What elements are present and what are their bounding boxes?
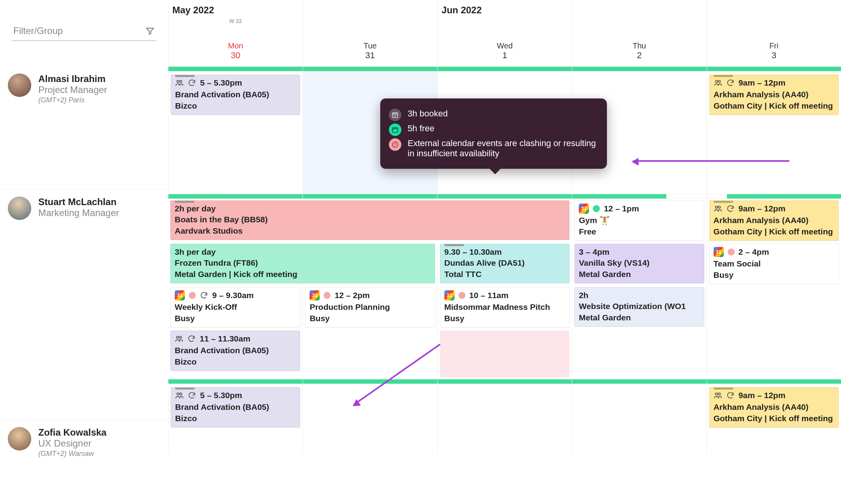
event-card[interactable]: 11 – 11.30am Brand Activation (BA05) Biz… xyxy=(170,331,300,371)
svg-point-3 xyxy=(177,80,179,83)
event-card[interactable]: 9 – 9.30am Weekly Kick-Off Busy xyxy=(170,287,300,327)
day-cell[interactable]: 9am – 12pm Arkham Analysis (AA40) Gotham… xyxy=(707,71,841,194)
calendar-header: May 2022 W 22 Mon 30 Tue 31 Jun 2022 Wed… xyxy=(168,0,841,66)
empty-slot[interactable] xyxy=(440,331,569,377)
filter-group-input[interactable]: Filter/Group xyxy=(12,25,156,41)
person-role: UX Designer xyxy=(38,438,107,449)
refresh-icon xyxy=(726,391,735,400)
event-time: 12 – 2pm xyxy=(335,290,370,301)
filter-icon xyxy=(145,26,155,36)
person-role: Marketing Manager xyxy=(38,207,119,218)
people-icon xyxy=(714,204,722,213)
event-card[interactable]: 9am – 12pm Arkham Analysis (AA40) Gotham… xyxy=(709,200,839,241)
person-row[interactable]: Zofia Kowalska UX Designer (GMT+2) Warsa… xyxy=(0,420,168,490)
day-of-month: 30 xyxy=(172,50,299,63)
day-cell[interactable]: 9am – 12pm Arkham Analysis (AA40) Gotham… xyxy=(707,384,841,454)
event-time: 2 – 4pm xyxy=(739,247,769,257)
event-card[interactable]: 2h Website Optimization (WO1 Metal Garde… xyxy=(574,287,704,327)
svg-point-4 xyxy=(180,80,182,83)
svg-point-11 xyxy=(177,393,179,395)
status-dot-busy xyxy=(458,292,465,299)
event-time: 5 – 5.30pm xyxy=(200,77,242,88)
day-cell[interactable]: 5 – 5.30pm Brand Activation (BA05) Bizco xyxy=(168,71,302,194)
event-card[interactable]: 12 – 1pm Gym 🏋️ Free xyxy=(574,200,704,241)
status-dot-free xyxy=(593,205,600,212)
event-time: 11 – 11.30am xyxy=(200,333,251,344)
calendar-check-icon xyxy=(389,109,401,121)
event-title: Weekly Kick-Off xyxy=(175,302,296,313)
month-label-right: Jun 2022 xyxy=(442,5,568,18)
event-card[interactable]: 9.30 – 10.30am Dundas Alive (DA51) Total… xyxy=(440,244,569,283)
day-cell[interactable]: 5 – 5.30pm Brand Activation (BA05) Bizco xyxy=(168,384,302,454)
day-of-week: Fri xyxy=(711,41,837,50)
refresh-icon xyxy=(200,291,208,300)
day-cell[interactable] xyxy=(572,384,706,454)
event-time: 9 – 9.30am xyxy=(212,290,254,301)
event-card[interactable]: 2h per day Boats in the Bay (BB58) Aardv… xyxy=(170,200,569,240)
event-time: 9am – 12pm xyxy=(739,77,786,88)
person-name: Stuart McLachlan xyxy=(38,197,119,207)
people-icon xyxy=(714,79,722,87)
availability-bar xyxy=(168,379,841,384)
popover-booked-text: 3h booked xyxy=(408,109,448,119)
event-card[interactable]: 12 – 2pm Production Planning Busy xyxy=(305,287,435,327)
event-card[interactable]: 5 – 5.30pm Brand Activation (BA05) Bizco xyxy=(171,387,300,427)
event-time: 12 – 1pm xyxy=(604,203,639,214)
person-row[interactable]: Stuart McLachlan Marketing Manager xyxy=(0,189,168,420)
svg-rect-1 xyxy=(392,128,398,132)
event-title: Boats in the Bay (BB58) xyxy=(175,214,565,225)
event-title: Vanilla Sky (VS14) xyxy=(579,257,700,268)
svg-point-7 xyxy=(715,206,718,209)
avatar xyxy=(8,197,31,220)
event-title: Gym 🏋️ xyxy=(579,215,700,226)
gcal-icon xyxy=(714,247,724,257)
event-card[interactable]: 9am – 12pm Arkham Analysis (AA40) Gotham… xyxy=(709,75,839,115)
people-icon xyxy=(175,391,184,400)
gcal-icon xyxy=(444,290,454,300)
event-time: 3h per day xyxy=(175,247,431,257)
event-title: Midsommar Madness Pitch xyxy=(444,302,565,313)
svg-point-12 xyxy=(180,393,182,395)
refresh-icon xyxy=(188,391,196,400)
availability-bar xyxy=(168,66,841,71)
event-title: Arkham Analysis (AA40) xyxy=(714,402,834,413)
svg-point-9 xyxy=(177,336,179,339)
svg-point-14 xyxy=(718,393,721,395)
event-card[interactable]: 9am – 12pm Arkham Analysis (AA40) Gotham… xyxy=(709,387,839,427)
refresh-icon xyxy=(726,79,735,87)
event-time: 2h per day xyxy=(175,203,565,214)
event-card[interactable]: 2 – 4pm Team Social Busy xyxy=(709,244,839,284)
svg-point-13 xyxy=(715,393,718,395)
event-card[interactable]: 5 – 5.30pm Brand Activation (BA05) Bizco xyxy=(171,75,300,115)
refresh-icon xyxy=(187,334,196,343)
event-card[interactable]: 10 – 11am Midsommar Madness Pitch Busy xyxy=(440,287,569,327)
event-client: Metal Garden xyxy=(579,269,700,280)
event-title: Brand Activation (BA05) xyxy=(175,402,296,413)
event-title: Frozen Tundra (FT86) xyxy=(175,257,431,268)
day-of-month: 2 xyxy=(576,50,702,63)
event-client: Metal Garden xyxy=(579,312,700,323)
filter-placeholder: Filter/Group xyxy=(13,25,63,36)
event-title: Arkham Analysis (AA40) xyxy=(714,89,834,100)
event-card[interactable]: 3 – 4pm Vanilla Sky (VS14) Metal Garden xyxy=(574,244,704,283)
week-label: W 22 xyxy=(172,18,299,24)
event-time: 3 – 4pm xyxy=(579,247,700,257)
refresh-icon xyxy=(726,204,735,213)
event-client: Total TTC xyxy=(444,269,565,280)
event-title: Website Optimization (WO1 xyxy=(579,301,700,312)
avatar xyxy=(8,73,31,97)
person-name: Almasi Ibrahim xyxy=(38,73,107,84)
person-timezone: (GMT+2) Warsaw xyxy=(38,450,107,458)
warning-icon xyxy=(389,138,401,151)
event-time: 9.30 – 10.30am xyxy=(444,247,565,257)
day-cell[interactable] xyxy=(302,384,437,454)
people-icon xyxy=(175,334,183,343)
event-card[interactable]: 3h per day Frozen Tundra (FT86) Metal Ga… xyxy=(170,244,435,283)
event-title: Brand Activation (BA05) xyxy=(175,345,296,356)
event-time: 10 – 11am xyxy=(469,290,508,301)
status-dot-busy xyxy=(728,248,735,256)
day-cell[interactable] xyxy=(437,384,572,454)
event-client: Gotham City | Kick off meeting xyxy=(714,226,834,237)
person-row[interactable]: Almasi Ibrahim Project Manager (GMT+2) P… xyxy=(0,66,168,189)
event-client: Bizco xyxy=(175,100,296,111)
